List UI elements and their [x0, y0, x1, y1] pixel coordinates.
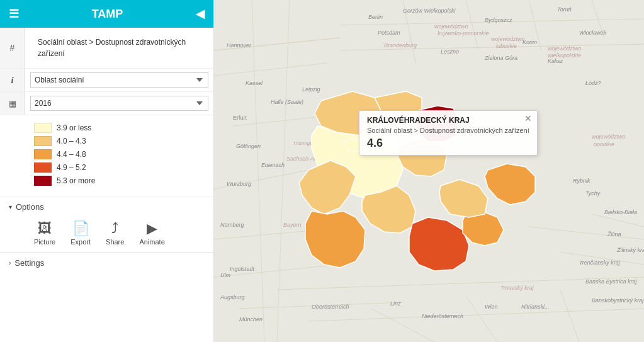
- svg-text:Potsdam: Potsdam: [378, 30, 400, 36]
- svg-text:Nitrianski...: Nitrianski...: [521, 304, 550, 310]
- tooltip-title: KRÁLOVÉHRADECKÝ KRAJ: [367, 116, 529, 125]
- settings-section[interactable]: › Settings: [0, 253, 213, 273]
- settings-label: Settings: [14, 258, 44, 268]
- svg-line-3: [277, 0, 290, 342]
- region-jihomoravsky[interactable]: [409, 217, 469, 271]
- share-icon: ⤴: [111, 222, 118, 236]
- svg-line-1: [214, 63, 327, 76]
- legend-label: 5.3 or more: [57, 176, 95, 185]
- options-chevron: ▾: [9, 203, 12, 210]
- animate-label: Animate: [139, 238, 164, 246]
- legend-item: 4.9 – 5.2: [34, 162, 205, 173]
- year-select[interactable]: 2014 2015 2016 2017: [30, 96, 208, 111]
- svg-text:Žilina: Žilina: [607, 231, 621, 237]
- svg-text:Oberösterreich: Oberösterreich: [312, 304, 349, 310]
- svg-text:województwo: województwo: [592, 134, 626, 140]
- export-button[interactable]: 📄 Export: [71, 222, 91, 246]
- svg-text:Bydgoszcz: Bydgoszcz: [485, 17, 512, 23]
- animate-icon: ▶: [147, 222, 157, 236]
- svg-text:Wien: Wien: [485, 304, 497, 310]
- svg-line-19: [560, 290, 579, 342]
- svg-text:województwo: województwo: [548, 45, 582, 52]
- year-dropdown-wrapper[interactable]: 2014 2015 2016 2017: [25, 92, 213, 115]
- svg-text:Bielsko-Biała: Bielsko-Biała: [604, 209, 637, 215]
- legend-item: 4.4 – 4.8: [34, 149, 205, 159]
- svg-text:Eisenach: Eisenach: [261, 162, 285, 168]
- export-icon: 📄: [72, 222, 89, 236]
- legend-color-swatch: [34, 136, 52, 146]
- breadcrumb-row: # Sociální oblast > Dostupnost zdravotni…: [0, 28, 213, 69]
- svg-text:Berlin: Berlin: [368, 14, 383, 20]
- share-label: Share: [106, 238, 124, 246]
- options-header[interactable]: ▾ Options: [0, 197, 213, 217]
- info-icon: i: [0, 69, 25, 91]
- map-area: Hannover Kassel Erfurt Halle (Saale) Lei…: [214, 0, 644, 342]
- category-row: i Oblast sociální Oblast ekonomická Obla…: [0, 69, 213, 92]
- region-olomoucky[interactable]: [439, 180, 488, 217]
- options-section: ▾ Options 🖼 Picture 📄 Export ⤴ Share ▶ A…: [0, 197, 213, 253]
- animate-button[interactable]: ▶ Animate: [139, 222, 164, 246]
- settings-chevron: ›: [9, 259, 11, 266]
- svg-text:Toruń: Toruń: [557, 6, 572, 13]
- svg-text:Erfurt: Erfurt: [233, 115, 247, 121]
- svg-text:München: München: [239, 316, 263, 322]
- legend-label: 4.4 – 4.8: [57, 150, 86, 159]
- region-moravskoslezsky[interactable]: [485, 164, 535, 205]
- svg-text:województwo: województwo: [491, 36, 525, 42]
- legend: 3.9 or less 4.0 – 4.3 4.4 – 4.8 4.9 – 5.…: [0, 115, 213, 197]
- svg-text:Trenčiansky kraj: Trenčiansky kraj: [579, 259, 621, 266]
- options-icons: 🖼 Picture 📄 Export ⤴ Share ▶ Animate: [0, 217, 213, 252]
- legend-label: 3.9 or less: [57, 123, 91, 132]
- breadcrumb-text: Sociální oblast > Dostupnost zdravotnick…: [31, 33, 207, 63]
- legend-color-swatch: [34, 162, 52, 173]
- sidebar-header: ☰ TAMP ◀: [0, 0, 213, 28]
- svg-line-16: [308, 309, 644, 321]
- share-button[interactable]: ⤴ Share: [106, 222, 124, 246]
- legend-label: 4.9 – 5.2: [57, 163, 86, 172]
- legend-color-swatch: [34, 149, 52, 159]
- svg-text:Leszno: Leszno: [441, 48, 459, 55]
- tooltip-value: 4.6: [367, 137, 529, 150]
- svg-text:Gorzów Wielkopolski: Gorzów Wielkopolski: [403, 8, 456, 14]
- svg-text:Banska Bystrica kraj: Banska Bystrica kraj: [585, 278, 638, 285]
- svg-text:Banskobystrický kraj: Banskobystrický kraj: [592, 297, 644, 304]
- svg-text:wielkopolskie: wielkopolskie: [548, 52, 581, 59]
- legend-color-swatch: [34, 176, 52, 186]
- svg-text:Niederösterreich: Niederösterreich: [422, 313, 463, 319]
- svg-text:Łódź?: Łódź?: [585, 80, 601, 86]
- svg-text:województwo: województwo: [434, 23, 468, 30]
- svg-text:Leipzig: Leipzig: [302, 86, 320, 93]
- svg-text:Göttingen: Göttingen: [236, 143, 261, 149]
- region-plzensky[interactable]: [299, 161, 356, 214]
- svg-text:Tychy: Tychy: [585, 190, 601, 197]
- svg-line-20: [529, 227, 644, 239]
- svg-line-2: [252, 0, 264, 342]
- svg-text:Hannover: Hannover: [227, 42, 252, 48]
- svg-text:Linz: Linz: [390, 300, 401, 307]
- tooltip-subtitle: Sociální oblast > Dostupnost zdravotnick…: [367, 127, 529, 134]
- svg-text:opolskie: opolskie: [594, 141, 614, 147]
- svg-text:Augsburg: Augsburg: [220, 294, 245, 300]
- year-row: ▦ 2014 2015 2016 2017: [0, 92, 213, 115]
- svg-text:lubuskie: lubuskie: [496, 43, 517, 49]
- svg-text:Trnavský kraj: Trnavský kraj: [500, 285, 534, 291]
- legend-item: 5.3 or more: [34, 176, 205, 186]
- svg-line-22: [592, 214, 644, 227]
- legend-color-swatch: [34, 123, 52, 133]
- menu-icon[interactable]: ☰: [9, 7, 19, 21]
- svg-text:kujawsko-pomorskie: kujawsko-pomorskie: [438, 30, 489, 37]
- svg-text:Ulm: Ulm: [220, 272, 230, 278]
- breadcrumb-content: Sociální oblast > Dostupnost zdravotnick…: [25, 28, 213, 68]
- collapse-icon[interactable]: ◀: [196, 7, 205, 21]
- map-svg: Hannover Kassel Erfurt Halle (Saale) Lei…: [214, 0, 644, 342]
- category-dropdown-wrapper[interactable]: Oblast sociální Oblast ekonomická Oblast…: [25, 69, 213, 91]
- picture-button[interactable]: 🖼 Picture: [34, 222, 55, 246]
- picture-icon: 🖼: [38, 222, 52, 236]
- category-select[interactable]: Oblast sociální Oblast ekonomická Oblast…: [30, 72, 208, 88]
- region-jihocesky[interactable]: [305, 211, 365, 268]
- svg-text:Wurzburg: Wurzburg: [227, 181, 251, 187]
- legend-label: 4.0 – 4.3: [57, 137, 86, 145]
- svg-text:Ingolstadt: Ingolstadt: [230, 266, 255, 272]
- svg-text:Bayern: Bayern: [283, 222, 302, 228]
- tooltip-close-button[interactable]: ✕: [524, 113, 532, 123]
